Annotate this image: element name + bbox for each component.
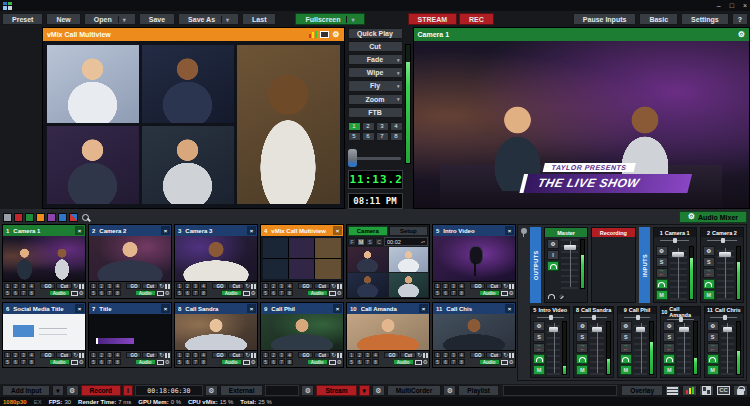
overlay-8-button[interactable]: 8 bbox=[458, 290, 465, 296]
overlay-4-button[interactable]: 4 bbox=[286, 352, 293, 358]
overlay-5-button[interactable]: 5 bbox=[434, 290, 441, 296]
go-button[interactable]: GO bbox=[40, 352, 55, 358]
window-close-button[interactable]: × bbox=[743, 2, 747, 9]
input-thumbnail[interactable] bbox=[347, 314, 429, 350]
overlay-2-button[interactable]: 2 bbox=[442, 283, 449, 289]
audio-toggle-button[interactable]: Audio bbox=[49, 359, 70, 365]
cut-button[interactable]: Cut bbox=[56, 352, 72, 358]
overlay-7-button[interactable]: 7 bbox=[450, 359, 457, 365]
cut-transition-button[interactable]: Cut bbox=[348, 41, 403, 52]
caller-thumb[interactable] bbox=[389, 273, 429, 298]
chevron-down-icon[interactable]: ▾ bbox=[397, 83, 400, 89]
t-bar-handle[interactable] bbox=[348, 149, 357, 167]
playlist-settings-gear-icon[interactable]: ⚙ bbox=[443, 385, 456, 396]
go-button[interactable]: GO bbox=[298, 352, 313, 358]
list-view-button[interactable] bbox=[665, 385, 680, 396]
audio-toggle-button[interactable]: Audio bbox=[135, 359, 156, 365]
solo-button[interactable]: S bbox=[576, 332, 588, 342]
mute-button[interactable]: M bbox=[620, 365, 632, 375]
pause-icon[interactable] bbox=[251, 284, 256, 289]
solo-button[interactable]: S bbox=[663, 332, 675, 342]
overlay-1-button[interactable]: 1 bbox=[176, 283, 183, 289]
channel-settings-gear-icon[interactable]: ⚙ bbox=[707, 321, 719, 331]
speaker-icon[interactable] bbox=[656, 279, 668, 289]
overlay-1-button[interactable]: 1 bbox=[262, 283, 269, 289]
fullscreen-preview-icon[interactable] bbox=[329, 360, 336, 365]
master-i-button[interactable]: I bbox=[547, 250, 559, 260]
call-camera-button[interactable]: Camera bbox=[348, 226, 388, 236]
mute-button[interactable]: M bbox=[656, 290, 668, 300]
call-duration-field[interactable]: 00:02 ▴▾ bbox=[384, 237, 428, 246]
overlay-2-button[interactable]: 2 bbox=[12, 352, 19, 358]
program-header[interactable]: Camera 1 ⚙ bbox=[414, 28, 750, 41]
overlay-8-button[interactable]: 8 bbox=[372, 359, 379, 365]
overlay-5-button[interactable]: 5 bbox=[348, 359, 355, 365]
pause-icon[interactable] bbox=[423, 353, 428, 358]
overlay-4-button[interactable]: 4 bbox=[114, 283, 121, 289]
preset-2-button[interactable]: 2 bbox=[362, 122, 375, 131]
preview-settings-gear-icon[interactable]: ⚙ bbox=[332, 31, 339, 39]
loop-icon[interactable]: ↻ bbox=[73, 283, 78, 289]
input-header[interactable]: 10 Call Amanda × bbox=[347, 303, 429, 314]
fader-knob[interactable] bbox=[549, 327, 558, 332]
fader-knob[interactable] bbox=[592, 327, 601, 332]
overlay-1-button[interactable]: 1 bbox=[4, 352, 11, 358]
bus-routing-icon[interactable]: →← bbox=[663, 343, 675, 353]
volume-fader[interactable] bbox=[717, 246, 734, 300]
overlay-3-button[interactable]: 3 bbox=[106, 283, 113, 289]
pan-knob[interactable] bbox=[723, 315, 727, 320]
overlay-3-button[interactable]: 3 bbox=[278, 352, 285, 358]
preset-4-button[interactable]: 4 bbox=[390, 122, 403, 131]
preview-header[interactable]: vMix Call Multiview ⚙ bbox=[43, 28, 344, 41]
overlay-8-button[interactable]: 8 bbox=[114, 359, 121, 365]
caller-thumb[interactable] bbox=[348, 247, 388, 272]
overlay-2-button[interactable]: 2 bbox=[270, 352, 277, 358]
cut-button[interactable]: Cut bbox=[142, 283, 158, 289]
volume-fader[interactable] bbox=[547, 321, 560, 375]
go-button[interactable]: GO bbox=[40, 283, 55, 289]
spinner-icon[interactable]: ▴▾ bbox=[421, 239, 425, 244]
overlay-7-button[interactable]: 7 bbox=[20, 290, 27, 296]
overlay-4-button[interactable]: 4 bbox=[114, 352, 121, 358]
channel-settings-gear-icon[interactable]: ⚙ bbox=[620, 321, 632, 331]
overlay-5-button[interactable]: 5 bbox=[4, 359, 11, 365]
mute-button[interactable]: M bbox=[533, 365, 545, 375]
pause-icon[interactable] bbox=[509, 284, 514, 289]
pan-slider[interactable] bbox=[661, 316, 699, 319]
audio-toggle-button[interactable]: Audio bbox=[221, 359, 242, 365]
overlay-1-button[interactable]: 1 bbox=[348, 352, 355, 358]
input-settings-gear-icon[interactable]: ⚙ bbox=[79, 359, 84, 365]
input-settings-gear-icon[interactable]: ⚙ bbox=[509, 290, 514, 296]
fullscreen-preview-icon[interactable] bbox=[71, 291, 78, 296]
chevron-down-icon[interactable]: ▾ bbox=[397, 96, 400, 102]
fullscreen-preview-icon[interactable] bbox=[415, 360, 422, 365]
playlist-button[interactable]: Playlist bbox=[458, 385, 499, 396]
overlay-4-button[interactable]: 4 bbox=[28, 283, 35, 289]
overlay-1-button[interactable]: 1 bbox=[434, 352, 441, 358]
input-color-filter[interactable] bbox=[47, 213, 56, 222]
overlay-8-button[interactable]: 8 bbox=[286, 290, 293, 296]
call-flag-m[interactable]: M bbox=[357, 238, 365, 246]
window-maximize-button[interactable]: □ bbox=[730, 2, 734, 9]
fullscreen-preview-icon[interactable] bbox=[71, 360, 78, 365]
go-button[interactable]: GO bbox=[470, 352, 485, 358]
call-setup-button[interactable]: Setup bbox=[389, 226, 429, 236]
cut-button[interactable]: Cut bbox=[314, 352, 330, 358]
input-settings-gear-icon[interactable]: ⚙ bbox=[251, 290, 256, 296]
input-color-filter[interactable] bbox=[36, 213, 45, 222]
cut-button[interactable]: Cut bbox=[228, 352, 244, 358]
transition-button[interactable]: Zoom ▾ bbox=[348, 94, 403, 105]
loop-icon[interactable]: ↻ bbox=[417, 352, 422, 358]
volume-fader[interactable] bbox=[670, 246, 687, 300]
speaker-icon[interactable] bbox=[703, 279, 715, 289]
color-bars-icon[interactable] bbox=[309, 31, 317, 38]
solo-button[interactable]: S bbox=[703, 257, 715, 267]
channel-settings-gear-icon[interactable]: ⚙ bbox=[656, 246, 668, 256]
close-input-button[interactable]: × bbox=[247, 226, 256, 235]
volume-fader[interactable] bbox=[634, 321, 647, 375]
go-button[interactable]: GO bbox=[126, 352, 141, 358]
chevron-down-icon[interactable]: ▾ bbox=[397, 70, 400, 76]
close-input-button[interactable]: × bbox=[247, 304, 256, 313]
transition-button[interactable]: Fly ▾ bbox=[348, 80, 403, 91]
toolbar-button[interactable]: Preset bbox=[2, 13, 43, 25]
